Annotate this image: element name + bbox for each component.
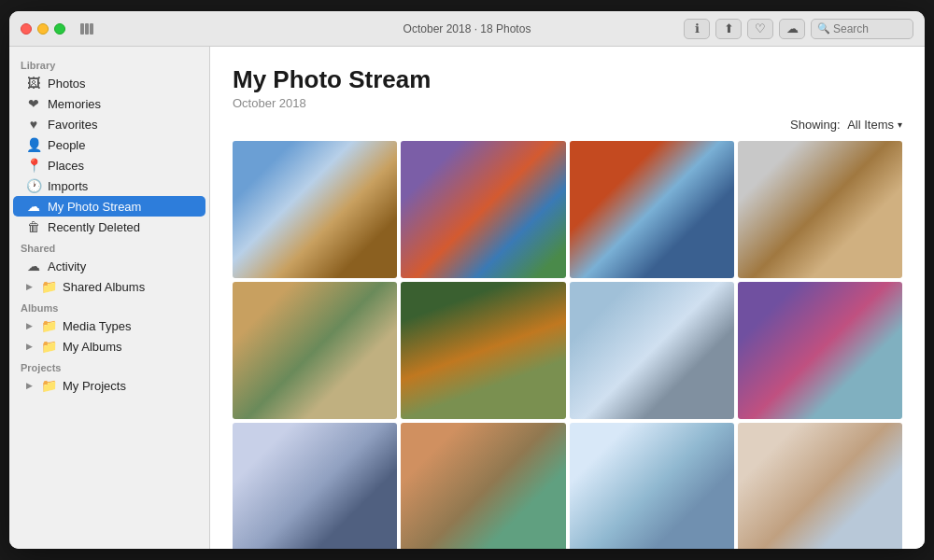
shared-section-label: Shared	[9, 237, 209, 256]
photo-cell[interactable]	[233, 423, 397, 549]
shared-albums-icon: 📁	[41, 279, 56, 294]
sidebar-label-my-albums: My Albums	[63, 340, 122, 354]
sidebar-toggle-control[interactable]	[80, 23, 93, 35]
places-icon: 📍	[26, 158, 41, 173]
favorites-icon: ♥	[26, 117, 41, 132]
search-box[interactable]: 🔍	[811, 19, 913, 39]
page-title: My Photo Stream	[233, 65, 902, 94]
sidebar-item-my-projects[interactable]: ▶ 📁 My Projects	[13, 375, 205, 396]
photo-cell[interactable]	[401, 282, 565, 419]
photo-stream-icon: ☁	[26, 199, 41, 214]
imports-icon: 🕐	[26, 178, 41, 193]
favorite-button[interactable]: ♡	[747, 19, 773, 39]
activity-icon: ☁	[26, 259, 41, 273]
sidebar-item-places[interactable]: 📍 Places	[13, 155, 205, 175]
app-window: October 2018 · 18 Photos ℹ ⬆ ♡ ☁ 🔍 Libra…	[9, 11, 925, 549]
filter-value: All Items	[847, 118, 894, 132]
filter-label: Showing:	[790, 118, 840, 132]
photo-cell[interactable]	[738, 141, 902, 278]
photo-cell[interactable]	[570, 423, 734, 549]
info-button[interactable]: ℹ	[684, 19, 710, 39]
content-area: My Photo Stream October 2018 Showing: Al…	[210, 47, 925, 549]
chevron-down-icon: ▾	[898, 119, 902, 130]
photo-cell[interactable]	[738, 282, 902, 419]
sidebar-label-activity: Activity	[48, 259, 86, 273]
photo-cell[interactable]	[233, 141, 397, 278]
sidebar-label-favorites: Favorites	[48, 118, 97, 132]
library-section-label: Library	[9, 54, 209, 73]
recently-deleted-icon: 🗑	[26, 219, 41, 234]
main-content: Library 🖼 Photos ❤ Memories ♥ Favorites …	[9, 47, 925, 549]
sidebar-label-shared-albums: Shared Albums	[63, 280, 145, 294]
share-button[interactable]: ⬆	[715, 19, 742, 39]
sidebar-item-photo-stream[interactable]: ☁ My Photo Stream	[13, 196, 205, 217]
sidebar-label-memories: Memories	[48, 97, 101, 111]
expand-icon: ▶	[26, 282, 33, 291]
traffic-lights	[21, 23, 65, 35]
sidebar-label-my-projects: My Projects	[63, 379, 126, 393]
section-date: October 2018	[233, 96, 902, 110]
icloud-button[interactable]: ☁	[779, 19, 805, 39]
sidebar-label-imports: Imports	[48, 179, 88, 193]
sidebar-item-favorites[interactable]: ♥ Favorites	[13, 114, 205, 134]
sidebar: Library 🖼 Photos ❤ Memories ♥ Favorites …	[9, 47, 210, 549]
photo-cell[interactable]	[570, 141, 734, 278]
expand-icon-projects: ▶	[26, 381, 33, 390]
sidebar-label-recently-deleted: Recently Deleted	[48, 220, 140, 234]
filter-dropdown[interactable]: Showing: All Items ▾	[790, 118, 902, 132]
maximize-button[interactable]	[54, 23, 65, 35]
media-types-icon: 📁	[41, 318, 56, 333]
content-header: My Photo Stream October 2018	[233, 65, 902, 110]
albums-section-label: Albums	[9, 297, 209, 315]
sidebar-item-people[interactable]: 👤 People	[13, 134, 205, 155]
sidebar-item-recently-deleted[interactable]: 🗑 Recently Deleted	[13, 217, 205, 237]
close-button[interactable]	[21, 23, 32, 35]
projects-section-label: Projects	[9, 357, 209, 375]
my-projects-icon: 📁	[41, 378, 56, 393]
window-title: October 2018 · 18 Photos	[403, 22, 531, 35]
photo-cell[interactable]	[233, 282, 397, 419]
photo-cell[interactable]	[401, 141, 565, 278]
sidebar-item-shared-albums[interactable]: ▶ 📁 Shared Albums	[13, 276, 205, 297]
titlebar-actions: ℹ ⬆ ♡ ☁ 🔍	[684, 19, 913, 39]
photos-icon: 🖼	[26, 76, 41, 91]
photo-cell[interactable]	[401, 423, 565, 549]
sidebar-label-photos: Photos	[48, 77, 85, 91]
window-title-text: October 2018 · 18 Photos	[403, 22, 531, 35]
sidebar-item-photos[interactable]: 🖼 Photos	[13, 73, 205, 93]
titlebar: October 2018 · 18 Photos ℹ ⬆ ♡ ☁ 🔍	[9, 11, 925, 47]
sidebar-item-media-types[interactable]: ▶ 📁 Media Types	[13, 315, 205, 336]
sidebar-label-people: People	[48, 138, 85, 152]
search-icon: 🔍	[817, 22, 830, 35]
sidebar-item-memories[interactable]: ❤ Memories	[13, 93, 205, 114]
photo-grid	[233, 141, 902, 549]
sidebar-label-media-types: Media Types	[63, 319, 131, 333]
my-albums-icon: 📁	[41, 339, 56, 354]
people-icon: 👤	[26, 137, 41, 152]
sidebar-item-my-albums[interactable]: ▶ 📁 My Albums	[13, 336, 205, 357]
photo-cell[interactable]	[738, 423, 902, 549]
filter-bar: Showing: All Items ▾	[233, 118, 902, 132]
sidebar-label-places: Places	[48, 159, 84, 173]
sidebar-label-photo-stream: My Photo Stream	[48, 200, 141, 214]
expand-icon-albums: ▶	[26, 342, 33, 351]
expand-icon-media: ▶	[26, 321, 33, 330]
search-input[interactable]	[833, 22, 917, 35]
sidebar-item-imports[interactable]: 🕐 Imports	[13, 175, 205, 196]
photo-cell[interactable]	[570, 282, 734, 419]
sidebar-item-activity[interactable]: ☁ Activity	[13, 256, 205, 276]
memories-icon: ❤	[26, 96, 41, 111]
minimize-button[interactable]	[37, 23, 49, 35]
